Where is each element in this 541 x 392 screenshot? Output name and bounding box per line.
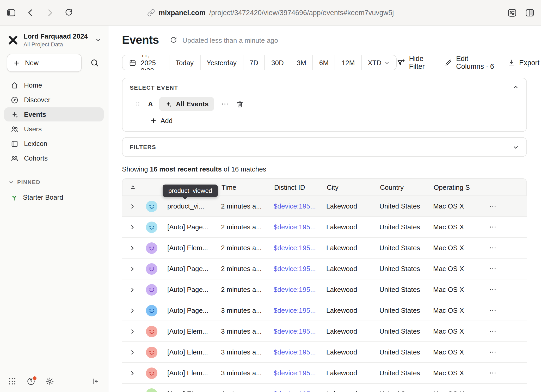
split-view-icon[interactable] <box>525 8 535 17</box>
event-name[interactable]: [Auto] Elem... <box>161 390 214 392</box>
event-options-button[interactable] <box>221 100 229 108</box>
row-actions-button[interactable] <box>489 390 497 392</box>
sidebar-item-users[interactable]: Users <box>4 122 104 136</box>
row-actions-button[interactable] <box>489 327 497 335</box>
pinned-section-header[interactable]: PINNED <box>4 179 104 185</box>
distinct-id-link[interactable]: $device:195... <box>267 202 319 210</box>
column-header-os[interactable]: Operating S <box>427 183 485 191</box>
table-row[interactable]: [Auto] Elem... 3 minutes a... $device:19… <box>122 363 527 384</box>
chevron-up-icon[interactable] <box>512 84 519 91</box>
hide-filter-button[interactable]: Hide Filter <box>397 55 432 70</box>
chevron-right-icon[interactable] <box>129 224 136 230</box>
sidebar-item-events[interactable]: Events <box>4 107 104 121</box>
table-row[interactable]: [Auto] Elem... 4 minutes a... $device:19… <box>122 384 527 392</box>
range-7d[interactable]: 7D <box>243 55 265 70</box>
sidebar-item-cohorts[interactable]: Cohorts <box>4 151 104 165</box>
sidebar-item-lexicon[interactable]: Lexicon <box>4 137 104 151</box>
row-actions-button[interactable] <box>489 265 497 273</box>
row-actions-button[interactable] <box>489 307 497 314</box>
chevron-right-icon[interactable] <box>129 391 136 392</box>
smiley-face-icon <box>146 284 157 295</box>
chevron-right-icon[interactable] <box>129 307 136 314</box>
chevron-right-icon[interactable] <box>129 328 136 334</box>
add-event-button[interactable]: Add <box>150 117 519 125</box>
distinct-id-link[interactable]: $device:195... <box>267 244 319 252</box>
row-actions-button[interactable] <box>489 286 497 293</box>
sidebar-item-starter-board[interactable]: Starter Board <box>4 190 104 204</box>
range-yesterday[interactable]: Yesterday <box>200 55 243 70</box>
distinct-id-link[interactable]: $device:195... <box>267 286 319 293</box>
page-settings-icon[interactable] <box>507 8 517 17</box>
new-button[interactable]: New <box>7 54 82 72</box>
table-row[interactable]: [Auto] Page... 3 minutes a... $device:19… <box>122 300 527 321</box>
event-name[interactable]: [Auto] Page... <box>161 223 214 231</box>
table-row[interactable]: [Auto] Elem... 2 minutes a... $device:19… <box>122 238 527 259</box>
distinct-id-link[interactable]: $device:195... <box>267 265 319 273</box>
event-name[interactable]: [Auto] Page... <box>161 286 214 293</box>
event-name[interactable]: [Auto] Elem... <box>161 369 214 377</box>
collapse-sidebar-icon[interactable] <box>91 377 100 385</box>
table-row[interactable]: [Auto] Elem... 3 minutes a... $device:19… <box>122 342 527 363</box>
back-icon[interactable] <box>26 8 35 17</box>
distinct-id-link[interactable]: $device:195... <box>267 223 319 231</box>
range-xtd[interactable]: XTD <box>361 55 396 70</box>
export-button[interactable]: Export <box>507 58 539 67</box>
range-6m[interactable]: 6M <box>312 55 335 70</box>
drag-handle-icon[interactable] <box>134 100 142 108</box>
forward-icon[interactable] <box>45 8 55 17</box>
edit-columns-button[interactable]: Edit Columns · 6 <box>444 55 495 70</box>
event-name[interactable]: [Auto] Page... <box>161 265 214 273</box>
sidebar-item-discover[interactable]: Discover <box>4 93 104 107</box>
range-today[interactable]: Today <box>169 55 200 70</box>
filters-title: FILTERS <box>130 144 156 150</box>
collapse-rows-icon[interactable] <box>129 183 137 191</box>
event-selector-chip[interactable]: All Events <box>159 97 214 111</box>
range-3m[interactable]: 3M <box>290 55 312 70</box>
table-row[interactable]: [Auto] Page... 2 minutes a... $device:19… <box>122 259 527 279</box>
date-picker-button[interactable]: Mar 11, 2025 3:30 pm <box>122 55 169 70</box>
sidebar-toggle-icon[interactable] <box>6 8 16 17</box>
event-name[interactable]: [Auto] Elem... <box>161 327 214 335</box>
reload-icon[interactable] <box>64 8 73 17</box>
event-name[interactable]: [Auto] Page... <box>161 307 214 314</box>
refresh-icon[interactable] <box>169 36 178 44</box>
distinct-id-link[interactable]: $device:195... <box>267 369 319 377</box>
column-header-time[interactable]: Time <box>215 183 267 191</box>
column-header-country[interactable]: Country <box>373 183 427 191</box>
chevron-right-icon[interactable] <box>129 245 136 251</box>
distinct-id-link[interactable]: $device:195... <box>267 307 319 314</box>
range-30d[interactable]: 30D <box>265 55 290 70</box>
row-actions-button[interactable] <box>489 348 497 356</box>
range-12m[interactable]: 12M <box>335 55 361 70</box>
distinct-id-link[interactable]: $device:195... <box>267 390 319 392</box>
url-domain: mixpanel.com <box>159 9 206 16</box>
apps-grid-icon[interactable] <box>8 377 17 385</box>
table-row[interactable]: [Auto] Page... 2 minutes a... $device:19… <box>122 279 527 300</box>
row-actions-button[interactable] <box>489 244 497 252</box>
event-name[interactable]: product_vi... <box>161 202 214 210</box>
event-name[interactable]: [Auto] Elem... <box>161 244 214 252</box>
event-name[interactable]: [Auto] Elem... <box>161 348 214 356</box>
column-header-city[interactable]: City <box>320 183 373 191</box>
row-actions-button[interactable] <box>489 202 497 210</box>
chevron-right-icon[interactable] <box>129 203 136 209</box>
row-actions-button[interactable] <box>489 223 497 231</box>
chevron-right-icon[interactable] <box>129 266 136 272</box>
row-actions-button[interactable] <box>489 369 497 377</box>
distinct-id-link[interactable]: $device:195... <box>267 327 319 335</box>
sidebar-item-home[interactable]: Home <box>4 78 104 92</box>
table-row[interactable]: [Auto] Elem... 3 minutes a... $device:19… <box>122 321 527 342</box>
gear-icon[interactable] <box>45 377 54 385</box>
address-bar[interactable]: mixpanel.com/project/3472420/view/397469… <box>147 0 394 25</box>
column-header-distinct-id[interactable]: Distinct ID <box>267 183 320 191</box>
trash-icon[interactable] <box>236 100 244 108</box>
chevron-right-icon[interactable] <box>129 370 136 376</box>
event-time: 3 minutes a... <box>214 327 267 335</box>
project-switcher[interactable]: Lord Farquaad 2024 All Project Data <box>0 26 108 52</box>
search-button[interactable] <box>86 54 103 71</box>
chevron-right-icon[interactable] <box>129 349 136 355</box>
chevron-right-icon[interactable] <box>129 286 136 293</box>
table-row[interactable]: [Auto] Page... 2 minutes a... $device:19… <box>122 217 527 238</box>
distinct-id-link[interactable]: $device:195... <box>267 348 319 356</box>
chevron-down-icon[interactable] <box>512 144 519 150</box>
